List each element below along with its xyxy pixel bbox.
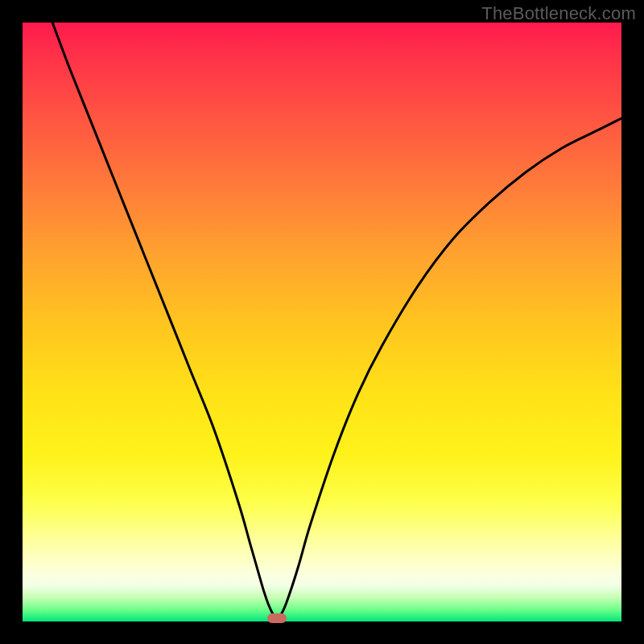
optimum-marker (267, 613, 287, 623)
bottleneck-curve (23, 23, 621, 621)
plot-area (23, 23, 621, 621)
watermark-text: TheBottleneck.com (481, 3, 636, 24)
chart-frame: TheBottleneck.com (0, 0, 644, 644)
